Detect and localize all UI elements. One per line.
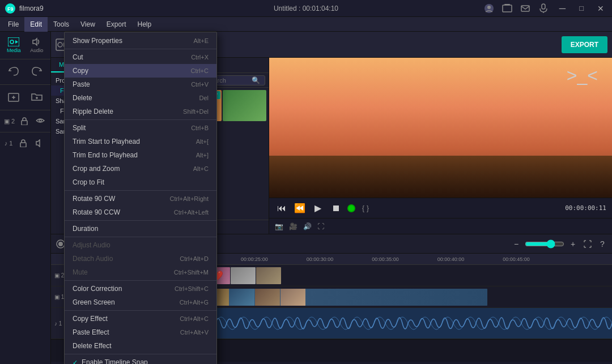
ctx-rotate-cw[interactable]: Rotate 90 CW Ctrl+Alt+Right (65, 192, 216, 205)
ctx-crop-zoom[interactable]: Crop and Zoom Alt+C (65, 162, 216, 175)
ctx-sep-7 (65, 310, 216, 311)
ctx-sep-8 (65, 354, 216, 354)
ctx-crop-fit[interactable]: Crop to Fit (65, 175, 216, 189)
ctx-detach-audio: Detach Audio Ctrl+Alt+D (65, 252, 216, 265)
ctx-sep-2 (65, 119, 216, 120)
ctx-sep-5 (65, 237, 216, 237)
ctx-split[interactable]: Split Ctrl+B (65, 121, 216, 135)
ctx-color-correction[interactable]: Color Correction Ctrl+Shift+C (65, 282, 216, 296)
ctx-green-screen[interactable]: Green Screen Ctrl+Alt+G (65, 296, 216, 309)
ctx-sep-3 (65, 190, 216, 191)
ctx-mute: Mute Ctrl+Shift+M (65, 265, 216, 279)
context-menu: Show Properties Alt+E Cut Ctrl+X Copy Ct… (64, 32, 217, 364)
ctx-trim-start[interactable]: Trim Start to Playhead Alt+[ (65, 135, 216, 148)
ctx-delete-effect[interactable]: Delete Effect (65, 339, 216, 353)
ctx-sep-4 (65, 220, 216, 221)
ctx-trim-end[interactable]: Trim End to Playhead Alt+] (65, 148, 216, 162)
ctx-rotate-ccw[interactable]: Rotate 90 CCW Ctrl+Alt+Left (65, 205, 216, 219)
ctx-adjust-audio: Adjust Audio (65, 238, 216, 252)
ctx-cut[interactable]: Cut Ctrl+X (65, 50, 216, 64)
ctx-sep-1 (65, 49, 216, 49)
ctx-enable-snap[interactable]: ✓ Enable Timeline Snap (65, 356, 216, 364)
ctx-copy[interactable]: Copy Ctrl+C (65, 64, 216, 78)
ctx-sep-6 (65, 280, 216, 281)
ctx-ripple-delete[interactable]: Ripple Delete Shift+Del (65, 105, 216, 118)
ctx-duration[interactable]: Duration (65, 222, 216, 235)
ctx-paste[interactable]: Paste Ctrl+V (65, 78, 216, 91)
ctx-delete[interactable]: Delete Del (65, 91, 216, 105)
ctx-show-properties[interactable]: Show Properties Alt+E (65, 34, 216, 48)
ctx-paste-effect[interactable]: Paste Effect Ctrl+Alt+V (65, 326, 216, 339)
ctx-copy-effect[interactable]: Copy Effect Ctrl+Alt+C (65, 312, 216, 326)
